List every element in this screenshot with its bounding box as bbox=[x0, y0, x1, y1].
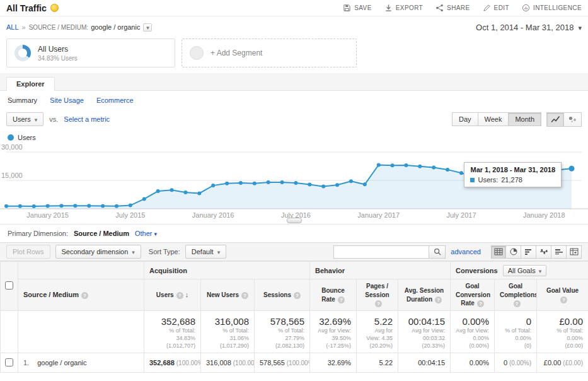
row-checkbox[interactable] bbox=[5, 358, 13, 366]
granularity-buttons: Day Week Month bbox=[452, 112, 541, 126]
term-cloud-icon bbox=[555, 248, 563, 255]
help-icon[interactable] bbox=[477, 300, 484, 307]
report-actions: SAVE EXPORT SHARE EDIT bbox=[343, 4, 582, 12]
users-series-dot-icon bbox=[8, 134, 14, 141]
breadcrumb-dropdown-button[interactable] bbox=[143, 23, 152, 32]
save-button-label: SAVE bbox=[354, 4, 372, 11]
segment-name: All Users bbox=[38, 45, 78, 54]
column-header-goal-completions[interactable]: Goal Completions bbox=[495, 279, 537, 311]
search-button[interactable] bbox=[429, 245, 446, 259]
date-range-selector[interactable]: Oct 1, 2014 - Mar 31, 2018 bbox=[476, 23, 582, 32]
intelligence-button[interactable]: INTELLIGENCE bbox=[522, 4, 582, 12]
page-title: All Traffic bbox=[6, 3, 47, 13]
line-chart-button[interactable] bbox=[546, 112, 564, 127]
summary-new-users: 316,008% of Total: 31.06%(1,017,290) bbox=[201, 311, 255, 353]
cell-goal-completions: 0(0.00%) bbox=[495, 353, 537, 373]
motion-chart-button[interactable] bbox=[564, 112, 582, 127]
chart-scroll-handle[interactable] bbox=[287, 218, 302, 223]
help-icon[interactable] bbox=[375, 300, 382, 307]
view-performance-button[interactable] bbox=[521, 245, 536, 259]
view-percentage-button[interactable] bbox=[506, 245, 521, 259]
table-group-header-row: Acquisition Behavior Conversions All Goa… bbox=[1, 262, 588, 279]
help-icon[interactable] bbox=[81, 292, 88, 299]
column-header-goal-value[interactable]: Goal Value bbox=[537, 279, 588, 311]
sort-type-label: Sort Type: bbox=[149, 248, 180, 255]
tab-ecommerce[interactable]: Ecommerce bbox=[96, 97, 134, 104]
secondary-dimension-label: Secondary dimension bbox=[62, 248, 129, 255]
caret-down-icon bbox=[217, 248, 221, 255]
source-medium-header-label: Source / Medium bbox=[23, 291, 79, 298]
column-header-new-users[interactable]: New Users bbox=[201, 279, 255, 311]
table-summary-row: 352,688% of Total: 34.83%(1,012,707) 316… bbox=[1, 311, 588, 353]
summary-goal-value: £0.00% of Total: 0.00%(£0.00) bbox=[537, 311, 588, 353]
help-icon[interactable] bbox=[241, 292, 248, 299]
goals-selector-value: All Goals bbox=[508, 267, 536, 274]
goals-selector-dropdown[interactable]: All Goals bbox=[503, 265, 547, 276]
column-header-source-medium[interactable]: Source / Medium bbox=[18, 279, 144, 311]
help-icon[interactable] bbox=[560, 296, 567, 303]
intelligence-icon bbox=[522, 4, 530, 12]
primary-dimension-source-medium[interactable]: Source / Medium bbox=[74, 230, 129, 237]
segment-all-users[interactable]: All Users 34.83% Users bbox=[6, 38, 175, 67]
help-icon[interactable] bbox=[338, 296, 345, 303]
caret-down-icon bbox=[578, 23, 582, 32]
tab-summary[interactable]: Summary bbox=[8, 97, 37, 104]
search-input[interactable] bbox=[333, 245, 429, 259]
view-table-button[interactable] bbox=[491, 245, 506, 259]
view-pivot-button[interactable] bbox=[567, 245, 582, 259]
breadcrumb-separator: » bbox=[22, 23, 26, 31]
granularity-month-button[interactable]: Month bbox=[509, 112, 541, 126]
primary-dimension-other[interactable]: Other bbox=[135, 230, 157, 237]
row-dimension-link[interactable]: google / organic bbox=[37, 359, 86, 366]
top-bar: All Traffic SAVE EXPORT SHARE bbox=[0, 0, 588, 16]
column-header-users[interactable]: Users bbox=[144, 279, 201, 311]
svg-text:January 2017: January 2017 bbox=[357, 211, 400, 219]
plot-rows-button[interactable]: Plot Rows bbox=[6, 245, 50, 259]
tab-site-usage[interactable]: Site Usage bbox=[50, 97, 84, 104]
breadcrumb-all-link[interactable]: ALL bbox=[6, 23, 19, 31]
medal-badge-icon bbox=[50, 4, 59, 12]
report-tab-strip: Explorer bbox=[0, 73, 588, 91]
sort-type-dropdown[interactable]: Default bbox=[185, 245, 226, 259]
column-header-sessions[interactable]: Sessions bbox=[255, 279, 310, 311]
breadcrumb-dimension-label: SOURCE / MEDIUM: bbox=[29, 24, 88, 31]
column-header-pages-session[interactable]: Pages / Session bbox=[357, 279, 398, 311]
add-segment-button[interactable]: + Add Segment bbox=[182, 38, 357, 67]
caret-down-icon bbox=[132, 248, 135, 255]
edit-button-label: EDIT bbox=[494, 4, 509, 11]
view-comparison-button[interactable] bbox=[536, 245, 551, 259]
export-button-label: EXPORT bbox=[396, 4, 423, 11]
view-term-cloud-button[interactable] bbox=[551, 245, 567, 259]
edit-button[interactable]: EDIT bbox=[483, 4, 509, 12]
granularity-day-button[interactable]: Day bbox=[452, 112, 478, 126]
help-icon[interactable] bbox=[294, 292, 301, 299]
select-metric-link[interactable]: Select a metric bbox=[64, 115, 110, 123]
column-header-bounce-rate[interactable]: Bounce Rate bbox=[310, 279, 357, 311]
caret-down-icon bbox=[35, 115, 38, 123]
advanced-search-link[interactable]: advanced bbox=[451, 248, 481, 255]
goal-value-header-label: Goal Value bbox=[546, 287, 579, 294]
save-button[interactable]: SAVE bbox=[343, 4, 372, 12]
granularity-week-button[interactable]: Week bbox=[478, 112, 509, 126]
metric-dropdown[interactable]: Users bbox=[6, 112, 43, 126]
tooltip-series-value: 21,278 bbox=[501, 176, 522, 184]
share-button[interactable]: SHARE bbox=[435, 4, 470, 12]
goal-conversion-rate-header-label: Goal Conversion Rate bbox=[456, 283, 490, 307]
users-header-label: Users bbox=[156, 291, 174, 298]
chart-type-buttons bbox=[546, 112, 582, 127]
cell-bounce-rate: 32.69% bbox=[310, 353, 357, 373]
help-icon[interactable] bbox=[435, 296, 442, 303]
cell-new-users: 316,008(100.00%) bbox=[201, 353, 255, 373]
caret-down-icon bbox=[154, 230, 158, 237]
help-icon[interactable] bbox=[176, 292, 183, 299]
help-icon[interactable] bbox=[514, 300, 521, 307]
column-header-avg-session-duration[interactable]: Avg. Session Duration bbox=[398, 279, 451, 311]
export-button[interactable]: EXPORT bbox=[384, 4, 423, 12]
group-header-acquisition: Acquisition bbox=[144, 262, 310, 279]
table-row[interactable]: 1. google / organic 352,688(100.00%) 316… bbox=[1, 353, 588, 373]
comparison-icon bbox=[539, 248, 548, 255]
tab-explorer[interactable]: Explorer bbox=[6, 77, 55, 91]
select-all-checkbox[interactable] bbox=[5, 281, 13, 290]
secondary-dimension-dropdown[interactable]: Secondary dimension bbox=[55, 245, 141, 259]
column-header-goal-conversion-rate[interactable]: Goal Conversion Rate bbox=[451, 279, 495, 311]
